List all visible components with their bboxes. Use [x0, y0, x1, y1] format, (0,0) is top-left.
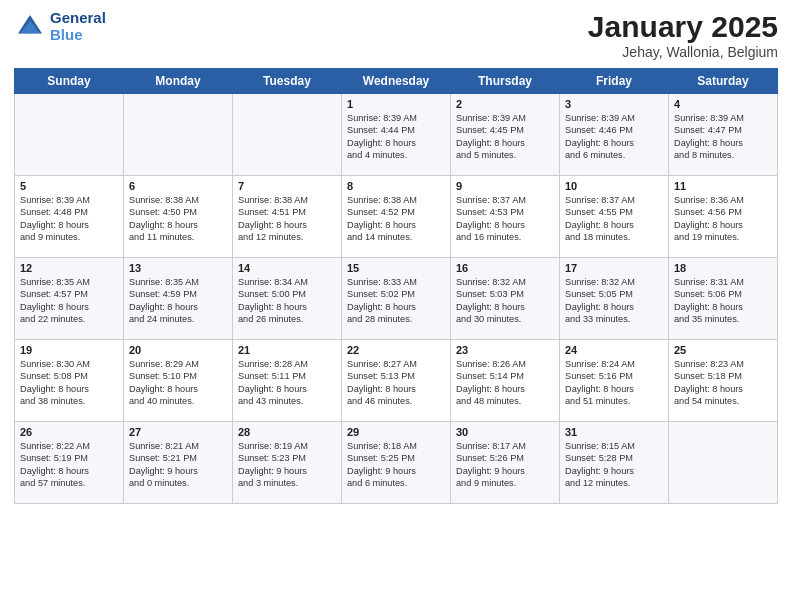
cell-content: Sunrise: 8:38 AM Sunset: 4:50 PM Dayligh…: [129, 194, 227, 244]
calendar-cell: 13Sunrise: 8:35 AM Sunset: 4:59 PM Dayli…: [124, 258, 233, 340]
calendar-cell: 25Sunrise: 8:23 AM Sunset: 5:18 PM Dayli…: [669, 340, 778, 422]
week-row-3: 19Sunrise: 8:30 AM Sunset: 5:08 PM Dayli…: [15, 340, 778, 422]
cell-content: Sunrise: 8:38 AM Sunset: 4:52 PM Dayligh…: [347, 194, 445, 244]
day-number: 18: [674, 262, 772, 274]
calendar-cell: 14Sunrise: 8:34 AM Sunset: 5:00 PM Dayli…: [233, 258, 342, 340]
calendar-cell: 28Sunrise: 8:19 AM Sunset: 5:23 PM Dayli…: [233, 422, 342, 504]
day-number: 14: [238, 262, 336, 274]
calendar-title: January 2025: [588, 10, 778, 44]
week-row-0: 1Sunrise: 8:39 AM Sunset: 4:44 PM Daylig…: [15, 94, 778, 176]
logo: General Blue: [14, 10, 106, 43]
week-row-2: 12Sunrise: 8:35 AM Sunset: 4:57 PM Dayli…: [15, 258, 778, 340]
cell-content: Sunrise: 8:17 AM Sunset: 5:26 PM Dayligh…: [456, 440, 554, 490]
day-number: 11: [674, 180, 772, 192]
day-number: 29: [347, 426, 445, 438]
calendar-cell: 10Sunrise: 8:37 AM Sunset: 4:55 PM Dayli…: [560, 176, 669, 258]
day-number: 23: [456, 344, 554, 356]
cell-content: Sunrise: 8:34 AM Sunset: 5:00 PM Dayligh…: [238, 276, 336, 326]
cell-content: Sunrise: 8:36 AM Sunset: 4:56 PM Dayligh…: [674, 194, 772, 244]
cell-content: Sunrise: 8:30 AM Sunset: 5:08 PM Dayligh…: [20, 358, 118, 408]
calendar-header: Sunday Monday Tuesday Wednesday Thursday…: [15, 69, 778, 94]
day-number: 27: [129, 426, 227, 438]
week-row-1: 5Sunrise: 8:39 AM Sunset: 4:48 PM Daylig…: [15, 176, 778, 258]
cell-content: Sunrise: 8:37 AM Sunset: 4:55 PM Dayligh…: [565, 194, 663, 244]
calendar-subtitle: Jehay, Wallonia, Belgium: [588, 44, 778, 60]
day-number: 19: [20, 344, 118, 356]
day-number: 25: [674, 344, 772, 356]
calendar-cell: 22Sunrise: 8:27 AM Sunset: 5:13 PM Dayli…: [342, 340, 451, 422]
header-saturday: Saturday: [669, 69, 778, 94]
calendar-cell: 2Sunrise: 8:39 AM Sunset: 4:45 PM Daylig…: [451, 94, 560, 176]
calendar-cell: 20Sunrise: 8:29 AM Sunset: 5:10 PM Dayli…: [124, 340, 233, 422]
header-tuesday: Tuesday: [233, 69, 342, 94]
calendar-cell: 30Sunrise: 8:17 AM Sunset: 5:26 PM Dayli…: [451, 422, 560, 504]
calendar-cell: 15Sunrise: 8:33 AM Sunset: 5:02 PM Dayli…: [342, 258, 451, 340]
day-number: 8: [347, 180, 445, 192]
calendar-cell: [233, 94, 342, 176]
title-block: January 2025 Jehay, Wallonia, Belgium: [588, 10, 778, 60]
cell-content: Sunrise: 8:39 AM Sunset: 4:44 PM Dayligh…: [347, 112, 445, 162]
cell-content: Sunrise: 8:24 AM Sunset: 5:16 PM Dayligh…: [565, 358, 663, 408]
cell-content: Sunrise: 8:26 AM Sunset: 5:14 PM Dayligh…: [456, 358, 554, 408]
header-monday: Monday: [124, 69, 233, 94]
day-number: 22: [347, 344, 445, 356]
day-number: 20: [129, 344, 227, 356]
cell-content: Sunrise: 8:31 AM Sunset: 5:06 PM Dayligh…: [674, 276, 772, 326]
calendar-cell: 21Sunrise: 8:28 AM Sunset: 5:11 PM Dayli…: [233, 340, 342, 422]
calendar-cell: 19Sunrise: 8:30 AM Sunset: 5:08 PM Dayli…: [15, 340, 124, 422]
calendar-cell: 9Sunrise: 8:37 AM Sunset: 4:53 PM Daylig…: [451, 176, 560, 258]
page-container: General Blue January 2025 Jehay, Walloni…: [0, 0, 792, 612]
cell-content: Sunrise: 8:32 AM Sunset: 5:05 PM Dayligh…: [565, 276, 663, 326]
calendar-table: Sunday Monday Tuesday Wednesday Thursday…: [14, 68, 778, 504]
cell-content: Sunrise: 8:35 AM Sunset: 4:59 PM Dayligh…: [129, 276, 227, 326]
cell-content: Sunrise: 8:39 AM Sunset: 4:47 PM Dayligh…: [674, 112, 772, 162]
cell-content: Sunrise: 8:19 AM Sunset: 5:23 PM Dayligh…: [238, 440, 336, 490]
calendar-cell: 1Sunrise: 8:39 AM Sunset: 4:44 PM Daylig…: [342, 94, 451, 176]
calendar-cell: 8Sunrise: 8:38 AM Sunset: 4:52 PM Daylig…: [342, 176, 451, 258]
calendar-cell: 17Sunrise: 8:32 AM Sunset: 5:05 PM Dayli…: [560, 258, 669, 340]
calendar-cell: 6Sunrise: 8:38 AM Sunset: 4:50 PM Daylig…: [124, 176, 233, 258]
cell-content: Sunrise: 8:28 AM Sunset: 5:11 PM Dayligh…: [238, 358, 336, 408]
calendar-cell: [124, 94, 233, 176]
day-number: 12: [20, 262, 118, 274]
day-number: 21: [238, 344, 336, 356]
cell-content: Sunrise: 8:32 AM Sunset: 5:03 PM Dayligh…: [456, 276, 554, 326]
day-number: 28: [238, 426, 336, 438]
calendar-cell: 11Sunrise: 8:36 AM Sunset: 4:56 PM Dayli…: [669, 176, 778, 258]
day-number: 15: [347, 262, 445, 274]
calendar-cell: 23Sunrise: 8:26 AM Sunset: 5:14 PM Dayli…: [451, 340, 560, 422]
day-number: 4: [674, 98, 772, 110]
day-number: 3: [565, 98, 663, 110]
calendar-cell: 18Sunrise: 8:31 AM Sunset: 5:06 PM Dayli…: [669, 258, 778, 340]
calendar-cell: 16Sunrise: 8:32 AM Sunset: 5:03 PM Dayli…: [451, 258, 560, 340]
day-number: 26: [20, 426, 118, 438]
cell-content: Sunrise: 8:39 AM Sunset: 4:48 PM Dayligh…: [20, 194, 118, 244]
cell-content: Sunrise: 8:15 AM Sunset: 5:28 PM Dayligh…: [565, 440, 663, 490]
cell-content: Sunrise: 8:38 AM Sunset: 4:51 PM Dayligh…: [238, 194, 336, 244]
header: General Blue January 2025 Jehay, Walloni…: [14, 10, 778, 60]
day-number: 2: [456, 98, 554, 110]
week-row-4: 26Sunrise: 8:22 AM Sunset: 5:19 PM Dayli…: [15, 422, 778, 504]
calendar-cell: 27Sunrise: 8:21 AM Sunset: 5:21 PM Dayli…: [124, 422, 233, 504]
calendar-cell: 4Sunrise: 8:39 AM Sunset: 4:47 PM Daylig…: [669, 94, 778, 176]
day-number: 7: [238, 180, 336, 192]
header-row: Sunday Monday Tuesday Wednesday Thursday…: [15, 69, 778, 94]
cell-content: Sunrise: 8:39 AM Sunset: 4:46 PM Dayligh…: [565, 112, 663, 162]
header-friday: Friday: [560, 69, 669, 94]
header-sunday: Sunday: [15, 69, 124, 94]
calendar-cell: 24Sunrise: 8:24 AM Sunset: 5:16 PM Dayli…: [560, 340, 669, 422]
cell-content: Sunrise: 8:18 AM Sunset: 5:25 PM Dayligh…: [347, 440, 445, 490]
calendar-cell: 3Sunrise: 8:39 AM Sunset: 4:46 PM Daylig…: [560, 94, 669, 176]
cell-content: Sunrise: 8:22 AM Sunset: 5:19 PM Dayligh…: [20, 440, 118, 490]
cell-content: Sunrise: 8:35 AM Sunset: 4:57 PM Dayligh…: [20, 276, 118, 326]
calendar-cell: 5Sunrise: 8:39 AM Sunset: 4:48 PM Daylig…: [15, 176, 124, 258]
calendar-cell: [669, 422, 778, 504]
day-number: 10: [565, 180, 663, 192]
day-number: 30: [456, 426, 554, 438]
cell-content: Sunrise: 8:29 AM Sunset: 5:10 PM Dayligh…: [129, 358, 227, 408]
day-number: 6: [129, 180, 227, 192]
cell-content: Sunrise: 8:37 AM Sunset: 4:53 PM Dayligh…: [456, 194, 554, 244]
header-thursday: Thursday: [451, 69, 560, 94]
calendar-cell: 26Sunrise: 8:22 AM Sunset: 5:19 PM Dayli…: [15, 422, 124, 504]
calendar-body: 1Sunrise: 8:39 AM Sunset: 4:44 PM Daylig…: [15, 94, 778, 504]
